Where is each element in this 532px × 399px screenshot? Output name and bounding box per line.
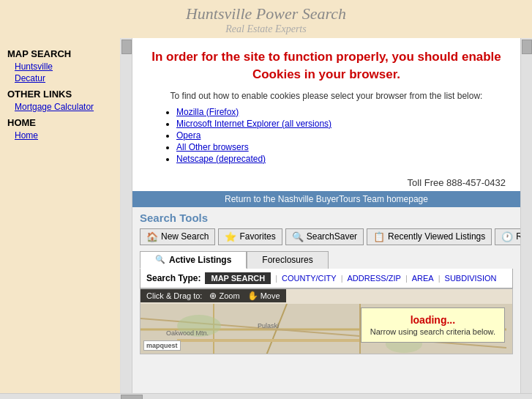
map-overlay-bar: Click & Drag to: ⊕ Zoom ✋ Move [141,289,286,302]
browser-list: Mozilla (Firefox) Microsoft Internet Exp… [176,107,506,164]
active-listings-tab-label: Active Listings [169,255,231,265]
browser-ie-link[interactable]: Microsoft Internet Explorer (all version… [176,119,331,129]
move-icon: ✋ [247,291,258,301]
new-search-icon: 🏠 [146,231,158,242]
bottom-scrollbar[interactable] [0,393,532,399]
sidebar: MAP SEARCH Huntsville Decatur OTHER LINK… [0,38,121,393]
browser-other-link[interactable]: All Other browsers [176,142,249,152]
searchsaver-icon: 🔍 [292,231,304,242]
sep3: | [405,274,408,283]
main-layout: MAP SEARCH Huntsville Decatur OTHER LINK… [0,38,532,393]
sidebar-section-other-links: OTHER LINKS [7,89,113,100]
mapquest-logo: mapquest [143,340,181,351]
tab-foreclosures[interactable]: Foreclosures [247,251,328,269]
sep1: | [275,274,277,283]
right-scrollbar[interactable] [520,38,532,393]
loading-subtext: Narrow using search criteria below. [370,327,495,336]
search-type-label: Search Type: [146,273,201,283]
toll-free: Toll Free 888-457-0432 [132,173,520,191]
site-subtitle: Real Estate Experts [0,23,532,35]
browser-firefox-link[interactable]: Mozilla (Firefox) [176,107,239,117]
favorites-icon: ⭐ [225,231,236,242]
recently-viewed-icon: 📋 [373,231,385,242]
zoom-icon: ⊕ [209,291,217,301]
sidebar-link-decatur[interactable]: Decatur [7,72,113,84]
favorites-label: Favorites [239,231,275,242]
search-type-area[interactable]: AREA [412,274,434,283]
search-type-bar: Search Type: MAP SEARCH | COUNTY/CITY | … [140,269,513,288]
sidebar-section-home: HOME [7,117,113,128]
tab-active-listings[interactable]: 🔍 Active Listings [140,251,247,269]
search-type-map[interactable]: MAP SEARCH [205,272,271,284]
search-type-county[interactable]: COUNTY/CITY [282,274,337,283]
blue-bar[interactable]: Return to the Nashville BuyerTours Team … [132,191,520,207]
browser-other[interactable]: All Other browsers [176,142,506,152]
loading-text: loading... [370,314,495,326]
content-area: In order for the site to function proper… [132,38,520,393]
cookie-warning: In order for the site to function proper… [132,38,520,173]
blue-bar-link[interactable]: Return to the Nashville BuyerTours Team … [225,194,428,204]
search-tools-area: Search Tools 🏠 New Search ⭐ Favorites 🔍 … [132,207,520,393]
map-label-pulaski: Pulaski [258,322,279,329]
map-move-control[interactable]: ✋ Move [247,291,280,301]
left-scrollbar[interactable] [121,38,132,393]
site-title: Huntsville Power Search [0,4,532,23]
searchsaver-button[interactable]: 🔍 SearchSaver [285,228,364,245]
browser-ie[interactable]: Microsoft Internet Explorer (all version… [176,119,506,129]
map-container[interactable]: Click & Drag to: ⊕ Zoom ✋ Move [140,288,513,354]
recent-searches-button[interactable]: 🕐 Recent Searches [495,228,520,245]
content-wrapper: In order for the site to function proper… [132,38,532,393]
foreclosures-tab-label: Foreclosures [262,255,312,265]
toolbar: 🏠 New Search ⭐ Favorites 🔍 SearchSaver 📋… [140,228,513,245]
search-type-address[interactable]: ADDRESS/ZIP [348,274,401,283]
cookie-subtitle: To find out how to enable cookies please… [147,91,506,101]
browser-firefox[interactable]: Mozilla (Firefox) [176,107,506,117]
searchsaver-label: SearchSaver [307,231,357,242]
bottom-scrollbar-thumb[interactable] [121,395,143,400]
active-listings-tab-icon: 🔍 [155,255,165,264]
browser-netscape-link[interactable]: Netscape (deprecated) [176,154,266,164]
browser-opera[interactable]: Opera [176,130,506,141]
search-tools-title: Search Tools [140,212,513,224]
recently-viewed-button[interactable]: 📋 Recently Viewed Listings [367,228,492,245]
favorites-button[interactable]: ⭐ Favorites [218,228,282,245]
browser-netscape[interactable]: Netscape (deprecated) [176,154,506,164]
recently-viewed-label: Recently Viewed Listings [388,231,485,242]
cookie-title: In order for the site to function proper… [147,48,506,83]
move-label[interactable]: Move [261,291,280,300]
map-label-oakwood: Oakwood Mtn. [166,329,209,337]
recent-searches-icon: 🕐 [501,231,513,242]
browser-opera-link[interactable]: Opera [176,130,201,141]
new-search-button[interactable]: 🏠 New Search [140,228,215,245]
tabs-row: 🔍 Active Listings Foreclosures [140,251,513,269]
map-drag-label: Click & Drag to: [146,291,202,300]
map-zoom-control[interactable]: ⊕ Zoom [209,291,239,301]
sep2: | [341,274,343,283]
sidebar-link-mortgage[interactable]: Mortgage Calculator [7,101,113,113]
search-type-subdivision[interactable]: SUBDIVISION [445,274,497,283]
scrollbar-thumb-right[interactable] [522,40,532,54]
header: Huntsville Power Search Real Estate Expe… [0,0,532,38]
zoom-label[interactable]: Zoom [219,291,239,300]
sidebar-link-home[interactable]: Home [7,130,113,141]
sep4: | [438,274,441,283]
sidebar-link-huntsville[interactable]: Huntsville [7,61,113,72]
scrollbar-thumb-left[interactable] [121,40,132,54]
sidebar-section-map-search: MAP SEARCH [7,48,113,59]
loading-popup: loading... Narrow using search criteria … [361,307,505,343]
new-search-label: New Search [161,231,209,242]
